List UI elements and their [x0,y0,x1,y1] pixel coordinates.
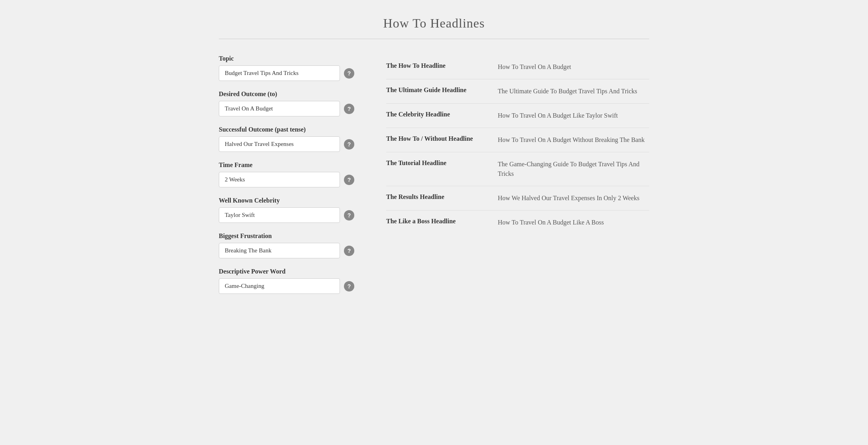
input-desired-outcome[interactable] [219,101,340,116]
help-icon-power-word[interactable]: ? [344,281,354,291]
headline-value-5: How We Halved Our Travel Expenses In Onl… [498,186,649,211]
label-celebrity: Well Known Celebrity [219,197,354,204]
field-group-power-word: Descriptive Power Word? [219,268,354,294]
field-row-topic: ? [219,65,354,81]
field-row-power-word: ? [219,278,354,294]
divider [219,39,649,39]
input-topic[interactable] [219,65,340,81]
page-title: How To Headlines [219,16,649,31]
help-icon-time-frame[interactable]: ? [344,175,354,185]
headline-type-4: The Tutorial Headline [386,152,498,186]
headline-type-5: The Results Headline [386,186,498,211]
help-icon-desired-outcome[interactable]: ? [344,104,354,114]
field-group-celebrity: Well Known Celebrity? [219,197,354,223]
field-group-topic: Topic? [219,55,354,81]
headline-value-3: How To Travel On A Budget Without Breaki… [498,128,649,152]
input-successful-outcome[interactable] [219,136,340,152]
field-row-time-frame: ? [219,172,354,187]
field-row-celebrity: ? [219,207,354,223]
field-row-successful-outcome: ? [219,136,354,152]
headline-row: The How To HeadlineHow To Travel On A Bu… [386,55,649,79]
label-time-frame: Time Frame [219,161,354,169]
input-time-frame[interactable] [219,172,340,187]
main-content: Topic?Desired Outcome (to)?Successful Ou… [219,55,649,303]
label-desired-outcome: Desired Outcome (to) [219,91,354,98]
headline-type-6: The Like a Boss Headline [386,211,498,235]
headline-row: The How To / Without HeadlineHow To Trav… [386,128,649,152]
label-frustration: Biggest Frustration [219,232,354,240]
headline-type-3: The How To / Without Headline [386,128,498,152]
headline-row: The Celebrity HeadlineHow To Travel On A… [386,104,649,128]
headline-type-2: The Celebrity Headline [386,104,498,128]
headline-value-6: How To Travel On A Budget Like A Boss [498,211,649,235]
left-panel: Topic?Desired Outcome (to)?Successful Ou… [219,55,354,303]
field-group-time-frame: Time Frame? [219,161,354,187]
field-row-frustration: ? [219,243,354,258]
input-power-word[interactable] [219,278,340,294]
page-container: How To Headlines Topic?Desired Outcome (… [195,0,673,319]
headline-row: The Tutorial HeadlineThe Game-Changing G… [386,152,649,186]
field-group-successful-outcome: Successful Outcome (past tense)? [219,126,354,152]
headline-row: The Results HeadlineHow We Halved Our Tr… [386,186,649,211]
headline-row: The Like a Boss HeadlineHow To Travel On… [386,211,649,235]
field-group-desired-outcome: Desired Outcome (to)? [219,91,354,116]
label-successful-outcome: Successful Outcome (past tense) [219,126,354,133]
headline-value-0: How To Travel On A Budget [498,55,649,79]
headline-row: The Ultimate Guide HeadlineThe Ultimate … [386,79,649,104]
headlines-table: The How To HeadlineHow To Travel On A Bu… [386,55,649,234]
help-icon-topic[interactable]: ? [344,68,354,79]
headline-value-2: How To Travel On A Budget Like Taylor Sw… [498,104,649,128]
headline-value-4: The Game-Changing Guide To Budget Travel… [498,152,649,186]
help-icon-successful-outcome[interactable]: ? [344,139,354,150]
field-group-frustration: Biggest Frustration? [219,232,354,258]
headline-type-0: The How To Headline [386,55,498,79]
headline-type-1: The Ultimate Guide Headline [386,79,498,104]
label-power-word: Descriptive Power Word [219,268,354,275]
field-row-desired-outcome: ? [219,101,354,116]
headline-value-1: The Ultimate Guide To Budget Travel Tips… [498,79,649,104]
help-icon-celebrity[interactable]: ? [344,210,354,221]
input-celebrity[interactable] [219,207,340,223]
help-icon-frustration[interactable]: ? [344,246,354,256]
label-topic: Topic [219,55,354,62]
right-panel: The How To HeadlineHow To Travel On A Bu… [386,55,649,234]
input-frustration[interactable] [219,243,340,258]
